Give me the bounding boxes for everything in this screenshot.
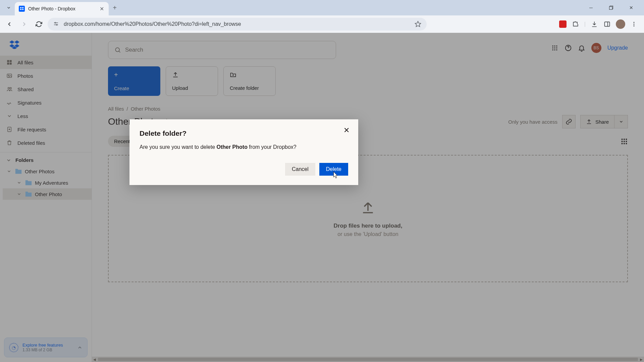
browser-tab-strip: Other Photo - Dropbox ✕ + ─ ✕: [0, 0, 644, 15]
back-button[interactable]: [3, 18, 15, 30]
address-bar[interactable]: dropbox.com/home/Other%20Photos/Other%20…: [48, 18, 427, 31]
maximize-icon[interactable]: [604, 3, 619, 13]
modal-title: Delete folder?: [140, 129, 348, 137]
forward-button[interactable]: [18, 18, 30, 30]
sidepanel-icon[interactable]: [603, 20, 611, 28]
svg-marker-6: [415, 21, 421, 26]
minimize-icon[interactable]: ─: [584, 3, 598, 13]
ublock-icon[interactable]: [559, 20, 567, 28]
tab-search-dropdown[interactable]: [3, 2, 15, 14]
modal-overlay[interactable]: [0, 33, 644, 362]
svg-rect-1: [609, 7, 612, 10]
downloads-icon[interactable]: [590, 20, 598, 28]
profile-avatar[interactable]: [616, 19, 625, 29]
reload-button[interactable]: [33, 18, 45, 30]
url-text: dropbox.com/home/Other%20Photos/Other%20…: [64, 21, 411, 27]
window-controls: ─ ✕: [584, 3, 641, 13]
delete-folder-modal: ✕ Delete folder? Are you sure you want t…: [129, 119, 358, 185]
close-window-icon[interactable]: ✕: [624, 3, 639, 13]
extensions-icon[interactable]: [572, 20, 580, 28]
browser-tab[interactable]: Other Photo - Dropbox ✕: [15, 2, 109, 15]
svg-point-5: [56, 24, 57, 25]
browser-toolbar: dropbox.com/home/Other%20Photos/Other%20…: [0, 15, 644, 33]
svg-point-9: [634, 22, 635, 23]
close-icon[interactable]: ✕: [341, 125, 352, 135]
svg-point-4: [55, 22, 56, 23]
svg-point-11: [634, 25, 635, 26]
tab-title: Other Photo - Dropbox: [28, 6, 95, 11]
dropbox-favicon: [19, 6, 25, 12]
close-tab-icon[interactable]: ✕: [99, 6, 105, 12]
delete-button[interactable]: Delete: [319, 163, 348, 176]
modal-body: Are you sure you want to delete Other Ph…: [140, 144, 348, 150]
bookmark-icon[interactable]: [415, 21, 421, 27]
chrome-menu-icon[interactable]: [630, 20, 638, 28]
svg-point-10: [634, 23, 635, 24]
cancel-button[interactable]: Cancel: [285, 163, 315, 176]
new-tab-button[interactable]: +: [109, 2, 121, 14]
site-settings-icon[interactable]: [53, 21, 60, 27]
svg-rect-7: [605, 22, 610, 26]
